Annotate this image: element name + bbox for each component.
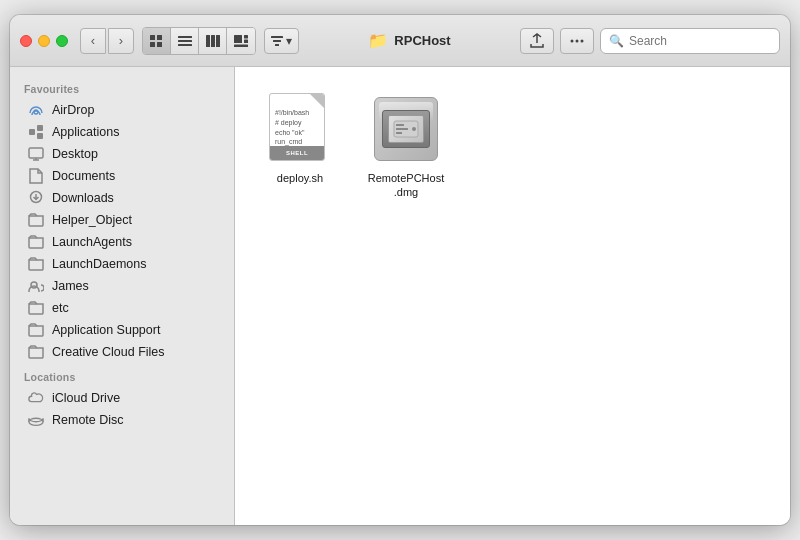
file-area: #!/bin/bash # deploy echo "ok" run_cmd S… bbox=[235, 67, 790, 525]
deploy-sh-label: deploy.sh bbox=[277, 171, 323, 185]
etc-icon bbox=[28, 300, 44, 316]
airdrop-icon bbox=[28, 102, 44, 118]
launch-agents-icon bbox=[28, 234, 44, 250]
desktop-icon bbox=[28, 146, 44, 162]
svg-rect-3 bbox=[157, 42, 162, 47]
documents-label: Documents bbox=[52, 169, 115, 183]
sidebar: Favourites AirDrop bbox=[10, 67, 235, 525]
james-icon bbox=[28, 278, 44, 294]
launch-agents-label: LaunchAgents bbox=[52, 235, 132, 249]
remote-disc-label: Remote Disc bbox=[52, 413, 124, 427]
deploy-sh-icon-container: #!/bin/bash # deploy echo "ok" run_cmd S… bbox=[264, 93, 336, 165]
window-title: RPCHost bbox=[394, 33, 450, 48]
sidebar-item-etc[interactable]: etc bbox=[14, 297, 230, 319]
sidebar-item-documents[interactable]: Documents bbox=[14, 165, 230, 187]
svg-point-26 bbox=[31, 282, 37, 288]
search-box[interactable]: 🔍 bbox=[600, 28, 780, 54]
sidebar-item-desktop[interactable]: Desktop bbox=[14, 143, 230, 165]
share-button[interactable] bbox=[520, 28, 554, 54]
list-view-button[interactable] bbox=[171, 28, 199, 54]
finder-window: ‹ › bbox=[10, 15, 790, 525]
back-button[interactable]: ‹ bbox=[80, 28, 106, 54]
downloads-label: Downloads bbox=[52, 191, 114, 205]
creative-cloud-icon bbox=[28, 344, 44, 360]
sidebar-item-helper-object[interactable]: Helper_Object bbox=[14, 209, 230, 231]
svg-rect-6 bbox=[178, 44, 192, 46]
forward-button[interactable]: › bbox=[108, 28, 134, 54]
etc-label: etc bbox=[52, 301, 69, 315]
fullscreen-button[interactable] bbox=[56, 35, 68, 47]
remotepchost-dmg-icon-container bbox=[370, 93, 442, 165]
search-icon: 🔍 bbox=[609, 34, 624, 48]
sidebar-item-applications[interactable]: Applications bbox=[14, 121, 230, 143]
titlebar: ‹ › bbox=[10, 15, 790, 67]
close-button[interactable] bbox=[20, 35, 32, 47]
airdrop-label: AirDrop bbox=[52, 103, 94, 117]
svg-rect-16 bbox=[275, 44, 279, 46]
sidebar-item-icloud-drive[interactable]: iCloud Drive bbox=[14, 387, 230, 409]
downloads-icon bbox=[28, 190, 44, 206]
svg-rect-29 bbox=[396, 124, 404, 126]
remote-disc-icon bbox=[28, 412, 44, 428]
svg-rect-23 bbox=[37, 133, 43, 139]
toolbar-right: 🔍 bbox=[520, 28, 780, 54]
application-support-label: Application Support bbox=[52, 323, 160, 337]
svg-rect-4 bbox=[178, 36, 192, 38]
shell-doc-text: #!/bin/bash # deploy echo "ok" run_cmd bbox=[270, 94, 324, 151]
file-item-deploy-sh[interactable]: #!/bin/bash # deploy echo "ok" run_cmd S… bbox=[255, 87, 345, 206]
gallery-view-button[interactable] bbox=[227, 28, 255, 54]
svg-rect-5 bbox=[178, 40, 192, 42]
sidebar-section-favourites: Favourites bbox=[10, 75, 234, 99]
svg-point-18 bbox=[576, 39, 579, 42]
file-item-remotepchost-dmg[interactable]: RemotePCHost.dmg bbox=[361, 87, 451, 206]
james-label: James bbox=[52, 279, 89, 293]
svg-rect-22 bbox=[37, 125, 43, 131]
shell-script-icon: #!/bin/bash # deploy echo "ok" run_cmd S… bbox=[269, 93, 331, 165]
minimize-button[interactable] bbox=[38, 35, 50, 47]
svg-rect-21 bbox=[29, 129, 35, 135]
svg-rect-12 bbox=[244, 39, 248, 43]
sidebar-item-creative-cloud[interactable]: Creative Cloud Files bbox=[14, 341, 230, 363]
dmg-icon bbox=[374, 97, 438, 161]
launch-daemons-label: LaunchDaemons bbox=[52, 257, 147, 271]
svg-rect-2 bbox=[150, 42, 155, 47]
folder-icon: 📁 bbox=[368, 31, 388, 50]
svg-rect-24 bbox=[29, 148, 43, 158]
sidebar-item-launch-agents[interactable]: LaunchAgents bbox=[14, 231, 230, 253]
svg-rect-11 bbox=[244, 35, 248, 39]
svg-rect-8 bbox=[211, 35, 215, 47]
titlebar-center: 📁 RPCHost bbox=[307, 31, 512, 50]
sidebar-item-remote-disc[interactable]: Remote Disc bbox=[14, 409, 230, 431]
svg-point-19 bbox=[581, 39, 584, 42]
view-mode-buttons bbox=[142, 27, 256, 55]
nav-buttons: ‹ › bbox=[80, 28, 134, 54]
action-button[interactable] bbox=[560, 28, 594, 54]
svg-rect-30 bbox=[396, 128, 408, 130]
traffic-lights bbox=[20, 35, 68, 47]
svg-rect-13 bbox=[234, 44, 248, 47]
remotepchost-dmg-label: RemotePCHost.dmg bbox=[367, 171, 445, 200]
svg-rect-15 bbox=[273, 40, 281, 42]
application-support-icon bbox=[28, 322, 44, 338]
sidebar-section-locations: Locations bbox=[10, 363, 234, 387]
sort-dropdown[interactable]: ▾ bbox=[264, 28, 299, 54]
helper-object-label: Helper_Object bbox=[52, 213, 132, 227]
documents-icon bbox=[28, 168, 44, 184]
svg-rect-9 bbox=[216, 35, 220, 47]
svg-rect-0 bbox=[150, 35, 155, 40]
shell-badge: SHELL bbox=[270, 146, 324, 160]
sidebar-item-airdrop[interactable]: AirDrop bbox=[14, 99, 230, 121]
icon-view-button[interactable] bbox=[143, 28, 171, 54]
svg-rect-31 bbox=[396, 132, 402, 134]
sidebar-item-james[interactable]: James bbox=[14, 275, 230, 297]
sidebar-item-application-support[interactable]: Application Support bbox=[14, 319, 230, 341]
sidebar-item-downloads[interactable]: Downloads bbox=[14, 187, 230, 209]
sidebar-item-launch-daemons[interactable]: LaunchDaemons bbox=[14, 253, 230, 275]
dmg-inner bbox=[382, 110, 430, 148]
column-view-button[interactable] bbox=[199, 28, 227, 54]
applications-label: Applications bbox=[52, 125, 119, 139]
search-input[interactable] bbox=[629, 34, 771, 48]
svg-rect-14 bbox=[271, 36, 283, 38]
icloud-drive-icon bbox=[28, 390, 44, 406]
svg-rect-1 bbox=[157, 35, 162, 40]
